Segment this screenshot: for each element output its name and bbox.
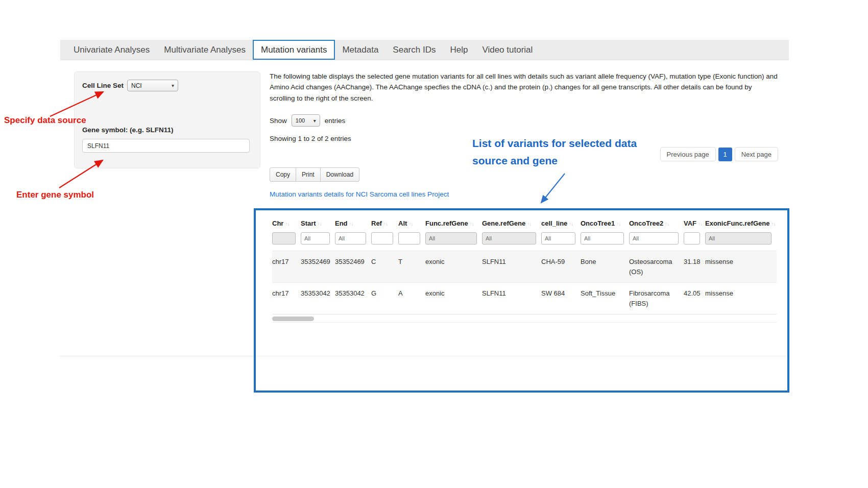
copy-button[interactable]: Copy [270,167,296,182]
filter-cell [371,232,398,251]
table-cell: chr17 [272,251,301,283]
column-header-chr[interactable]: Chr↑↓ [272,217,301,232]
sort-icon: ↑↓ [698,221,702,227]
annotation-variants-list: List of variants for selected data sourc… [472,135,682,169]
table-cell: SLFN11 [482,283,541,314]
tab-help[interactable]: Help [443,40,475,60]
export-button-group: CopyPrintDownload [270,167,359,182]
filter-alt[interactable] [398,232,420,245]
filter-ref[interactable] [371,232,393,245]
table-cell: A [398,283,425,314]
sort-icon: ↑↓ [470,221,474,227]
current-page-button[interactable]: 1 [718,148,732,161]
filter-cell [335,232,371,251]
tab-multivariate-analyses[interactable]: Multivariate Analyses [157,40,253,60]
tab-mutation-variants[interactable]: Mutation variants [253,40,335,60]
next-page-button[interactable]: Next page [735,147,778,161]
main-nav: Univariate AnalysesMultivariate Analyses… [60,40,789,60]
column-header-exonicfunc-refgene[interactable]: ExonicFunc.refGene↑↓ [705,217,777,232]
filter-chr[interactable] [272,232,296,245]
cell-line-set-row: Cell Line Set NCI ▾ [82,80,252,91]
tab-search-ids[interactable]: Search IDs [385,40,443,60]
table-cell: Osteosarcoma (OS) [629,251,684,283]
previous-page-button[interactable]: Previous page [660,147,716,161]
table-cell: 35353042 [301,283,335,314]
filter-cell-line[interactable] [541,232,575,245]
table-cell: missense [705,251,777,283]
table-wrap: Chr↑↓Start↑↓End↑↓Ref↑↓Alt↑↓Func.refGene↑… [256,210,787,323]
filter-cell [541,232,581,251]
sort-icon: ↑↓ [408,221,413,227]
blue-arrow-variants-table [541,174,565,203]
column-header-ref[interactable]: Ref↑↓ [371,217,398,232]
table-row: chr173535304235353042GAexonicSLFN11SW 68… [272,283,777,314]
sort-icon: ↑↓ [616,221,620,227]
inner-divider [256,356,787,356]
table-cell: SLFN11 [482,251,541,283]
download-button[interactable]: Download [320,167,359,182]
tab-metadata[interactable]: Metadata [335,40,385,60]
column-header-start[interactable]: Start↑↓ [301,217,335,232]
filter-vaf[interactable] [684,232,700,245]
column-header-vaf[interactable]: VAF↑↓ [684,217,705,232]
table-cell: CHA-59 [541,251,581,283]
table-cell: 31.18 [684,251,705,283]
filter-end[interactable] [335,232,366,245]
tab-video-tutorial[interactable]: Video tutorial [475,40,540,60]
filter-func-refgene[interactable] [425,232,477,245]
column-label: ExonicFunc.refGene [705,219,769,227]
column-header-cell-line[interactable]: cell_line↑↓ [541,217,581,232]
gene-symbol-input[interactable] [82,139,250,153]
column-label: Ref [371,219,382,227]
column-header-oncotree1[interactable]: OncoTree1↑↓ [581,217,629,232]
horizontal-scrollbar[interactable] [272,314,777,323]
sort-icon: ↑↓ [527,221,531,227]
sort-icon: ↑↓ [771,221,775,227]
cell-line-set-label: Cell Line Set [82,82,124,89]
sort-icon: ↑↓ [383,221,388,227]
table-description: The following table displays the selecte… [270,71,778,104]
filter-oncotree1[interactable] [581,232,624,245]
filter-cell [272,232,301,251]
column-label: Chr [272,219,283,227]
scrollbar-thumb[interactable] [272,316,314,321]
gene-symbol-label: Gene symbol: (e.g. SLFN11) [82,126,252,134]
filter-cell [684,232,705,251]
filter-oncotree2[interactable] [629,232,679,245]
annotation-specify-data-source: Specify data source [4,115,86,126]
table-cell: exonic [425,283,482,314]
page-length-value: 100 [296,117,305,124]
filter-gene-refgene[interactable] [482,232,536,245]
table-caption: Mutation variants details for NCI Sarcom… [270,190,449,198]
column-header-alt[interactable]: Alt↑↓ [398,217,425,232]
annotation-variants-line2: source and gene [472,155,558,166]
table-cell: Soft_Tissue [581,283,629,314]
page-length-row: Show 100 ▾ entries [270,114,345,127]
showing-info: Showing 1 to 2 of 2 entries [270,135,351,142]
entries-label: entries [325,117,346,125]
filter-exonicfunc-refgene[interactable] [705,232,771,245]
column-label: End [335,219,348,227]
filter-cell [581,232,629,251]
column-header-func-refgene[interactable]: Func.refGene↑↓ [425,217,482,232]
column-label: Start [301,219,316,227]
table-cell: exonic [425,251,482,283]
filter-cell [301,232,335,251]
table-cell: 42.05 [684,283,705,314]
table-header-row: Chr↑↓Start↑↓End↑↓Ref↑↓Alt↑↓Func.refGene↑… [272,217,777,232]
annotation-variants-line1: List of variants for selected data [472,137,637,149]
tab-univariate-analyses[interactable]: Univariate Analyses [66,40,157,60]
column-label: OncoTree1 [581,219,615,227]
table-cell: chr17 [272,283,301,314]
sort-icon: ↑↓ [318,221,322,227]
column-header-end[interactable]: End↑↓ [335,217,371,232]
print-button[interactable]: Print [296,167,321,182]
filter-start[interactable] [301,232,330,245]
column-header-oncotree2[interactable]: OncoTree2↑↓ [629,217,684,232]
table-body: chr173535246935352469CTexonicSLFN11CHA-5… [272,251,777,314]
page-length-select[interactable]: 100 ▾ [292,114,320,127]
column-header-gene-refgene[interactable]: Gene.refGene↑↓ [482,217,541,232]
sort-icon: ↑↓ [665,221,669,227]
cell-line-set-select[interactable]: NCI ▾ [127,80,178,91]
filter-cell [705,232,777,251]
